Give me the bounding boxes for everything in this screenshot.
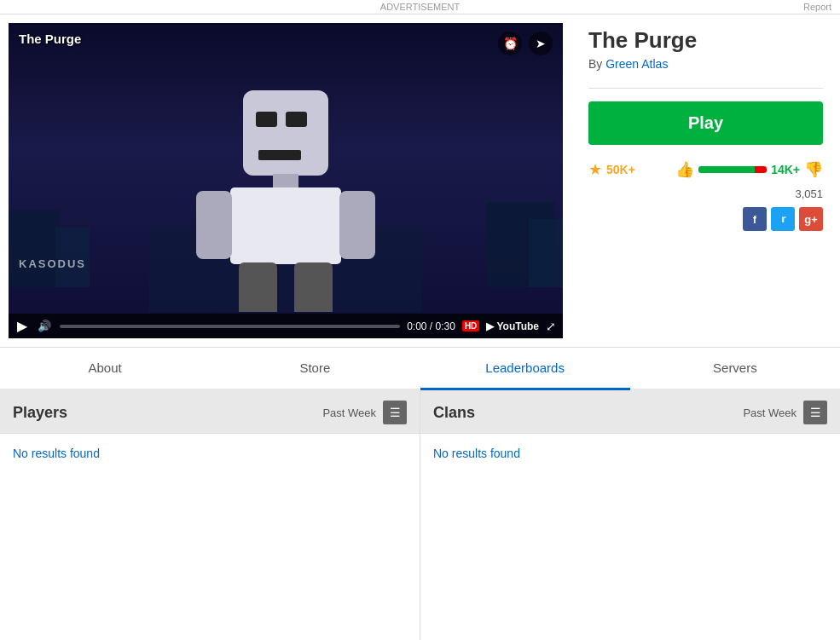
play-button[interactable]: Play [588, 101, 823, 145]
svg-rect-12 [9, 210, 60, 287]
svg-rect-1 [243, 90, 328, 176]
googleplus-btn[interactable]: g+ [799, 207, 823, 231]
clans-period: Past Week [743, 406, 797, 419]
svg-rect-4 [258, 150, 301, 160]
game-info-section: The Purge By Green Atlas Play ★ 50K+ 👍 1… [580, 23, 831, 338]
video-player[interactable]: The Purge ⏰ ➤ KASODUS ▶ 🔊 0:00 / 0:30 HD… [9, 23, 563, 338]
tab-leaderboards[interactable]: Leaderboards [420, 348, 630, 390]
report-link[interactable]: Report [803, 2, 831, 12]
time-display: 0:00 / 0:30 [407, 320, 455, 332]
leaderboard-section: Players Past Week ☰ No results found Cla… [0, 390, 840, 640]
clans-header-right: Past Week ☰ [743, 401, 827, 424]
tab-about[interactable]: About [0, 348, 210, 390]
twitter-btn[interactable]: 𝕣 [771, 207, 795, 231]
votes-bar [698, 166, 767, 173]
favorites-stat: ★ 50K+ [588, 160, 635, 179]
svg-rect-15 [529, 219, 563, 287]
divider-1 [588, 88, 823, 89]
players-header-right: Past Week ☰ [322, 401, 407, 424]
players-panel: Players Past Week ☰ No results found [0, 390, 420, 640]
sort-icon: ☰ [390, 406, 401, 419]
video-watermark: KASODUS [19, 257, 86, 270]
tabs-bar: About Store Leaderboards Servers [0, 348, 840, 390]
svg-rect-3 [286, 112, 307, 127]
total-votes: 3,051 [588, 187, 823, 200]
players-sort-btn[interactable]: ☰ [383, 401, 407, 424]
play-pause-btn[interactable]: ▶ [15, 318, 29, 334]
video-controls-bar: ▶ 🔊 0:00 / 0:30 HD ▶ YouTube ⤢ [9, 314, 563, 338]
players-panel-body: No results found [0, 434, 420, 640]
video-top-controls: ⏰ ➤ [498, 32, 553, 55]
thumbdown-icon: 👎 [804, 160, 823, 179]
clans-panel-title: Clans [433, 404, 475, 422]
clans-sort-btn[interactable]: ☰ [803, 401, 827, 424]
votes-red-bar [755, 166, 767, 173]
sort-icon-clans: ☰ [810, 406, 821, 419]
votes-up-count: 14K+ [771, 163, 800, 176]
svg-rect-2 [256, 112, 277, 127]
googleplus-icon: g+ [804, 213, 818, 226]
votes-stat: 👍 14K+ 👎 [675, 160, 823, 179]
favorites-count: 50K+ [606, 163, 635, 176]
facebook-btn[interactable]: f [743, 207, 767, 231]
thumbup-icon: 👍 [675, 160, 694, 179]
author-prefix: By [588, 57, 605, 71]
votes-green-bar [698, 166, 755, 173]
stats-row: ★ 50K+ 👍 14K+ 👎 [588, 160, 823, 179]
share-video-btn[interactable]: ➤ [529, 32, 553, 55]
clans-no-results: No results found [433, 447, 520, 460]
fullscreen-btn[interactable]: ⤢ [546, 320, 556, 333]
progress-bar[interactable] [60, 325, 400, 328]
ad-label: ADVERTISEMENT [380, 2, 460, 12]
clans-panel-header: Clans Past Week ☰ [420, 390, 840, 434]
hd-badge: HD [462, 320, 479, 332]
players-panel-header: Players Past Week ☰ [0, 390, 420, 434]
clans-panel: Clans Past Week ☰ No results found [420, 390, 840, 640]
main-content-area: The Purge ⏰ ➤ KASODUS ▶ 🔊 0:00 / 0:30 HD… [0, 14, 840, 348]
clans-panel-body: No results found [420, 434, 840, 640]
players-panel-title: Players [13, 404, 67, 422]
watch-later-btn[interactable]: ⏰ [498, 32, 522, 55]
star-icon: ★ [588, 160, 602, 179]
bg-buildings [9, 185, 563, 287]
tab-store[interactable]: Store [210, 348, 420, 390]
players-no-results: No results found [13, 447, 100, 460]
video-section: The Purge ⏰ ➤ KASODUS ▶ 🔊 0:00 / 0:30 HD… [9, 23, 563, 338]
twitter-icon: 𝕣 [781, 214, 785, 225]
video-scene [9, 23, 563, 338]
author-link[interactable]: Green Atlas [605, 57, 668, 71]
players-period: Past Week [322, 406, 376, 419]
social-buttons: f 𝕣 g+ [588, 207, 823, 231]
game-author: By Green Atlas [588, 57, 823, 71]
tab-servers[interactable]: Servers [630, 348, 840, 390]
game-title: The Purge [588, 27, 823, 54]
volume-btn[interactable]: 🔊 [36, 320, 53, 332]
video-title: The Purge [19, 32, 81, 46]
youtube-logo: ▶ YouTube [486, 320, 539, 332]
facebook-icon: f [753, 213, 756, 226]
